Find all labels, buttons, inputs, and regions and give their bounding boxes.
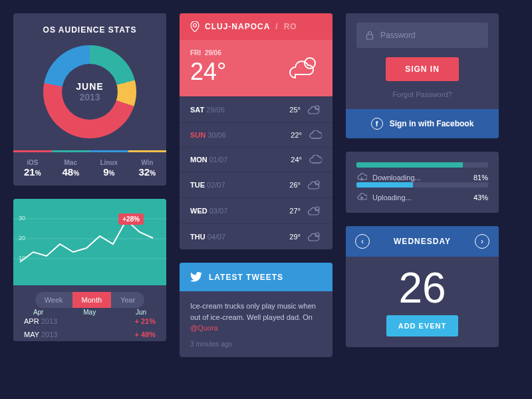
forecast-row: MON 01/0724° xyxy=(180,147,332,172)
forecast-row: WED 03/0727° xyxy=(180,198,332,223)
partly-cloudy-icon xyxy=(307,205,322,216)
next-day-button[interactable]: › xyxy=(475,234,489,249)
lock-icon xyxy=(366,31,374,40)
progress-row: Uploading...43% xyxy=(356,193,488,202)
donut-month: JUNE xyxy=(76,81,103,92)
pin-icon xyxy=(190,21,200,32)
line-chart-card: 30 20 10 +28% Apr May Jun Week Month Yea… xyxy=(13,199,166,341)
donut-year: 2013 xyxy=(79,92,100,102)
partly-cloudy-icon xyxy=(307,180,322,190)
tweets-header: LATEST TWEETS xyxy=(180,263,332,291)
progress-bar xyxy=(356,182,488,188)
line-chart xyxy=(13,199,166,285)
growth-row-apr: APR 2013 + 21% xyxy=(13,315,166,328)
forecast-row: TUE 02/0726° xyxy=(180,172,332,198)
facebook-icon: f xyxy=(371,118,383,130)
os-stats-title: OS AUDIENCE STATS xyxy=(13,13,166,40)
signin-card: SIGN IN Forgot Password? f Sign in with … xyxy=(346,13,499,138)
partly-cloudy-icon xyxy=(286,54,322,82)
tab-year[interactable]: Year xyxy=(111,292,144,308)
os-cell-win: Win32% xyxy=(128,150,167,186)
cloud-icon xyxy=(309,155,322,164)
weather-today: FRI 29/06 24° xyxy=(180,40,332,96)
add-event-button[interactable]: ADD EVENT xyxy=(386,315,459,336)
calendar-dow: WEDNESDAY xyxy=(394,237,451,246)
chart-x-labels: Apr May Jun xyxy=(13,309,166,316)
os-stats-card: OS AUDIENCE STATS JUNE 2013 iOS21% Mac48… xyxy=(13,13,166,186)
calendar-card: ‹ WEDNESDAY › 26 ADD EVENT xyxy=(346,226,499,347)
donut-chart: JUNE 2013 xyxy=(43,45,136,138)
os-platform-row: iOS21% Mac48% Linux9% Win32% xyxy=(13,150,166,186)
prev-day-button[interactable]: ‹ xyxy=(355,234,370,249)
tweet-timestamp: 3 minutes ago xyxy=(180,338,332,357)
partly-cloudy-icon xyxy=(307,104,322,115)
weather-location: CLUJ-NAPOCA/RO xyxy=(180,13,332,40)
tab-week[interactable]: Week xyxy=(35,292,72,308)
cloud-icon xyxy=(309,130,322,140)
calendar-day-number: 26 xyxy=(346,263,499,313)
download-icon xyxy=(356,173,367,182)
forecast-row: SAT 29/0625° xyxy=(180,96,332,122)
os-cell-linux: Linux9% xyxy=(90,150,128,186)
facebook-signin-button[interactable]: f Sign in with Facebook xyxy=(346,109,499,138)
os-cell-ios: iOS21% xyxy=(13,150,52,186)
forgot-password-link[interactable]: Forgot Password? xyxy=(356,81,488,109)
forecast-row: THU 04/0729° xyxy=(180,223,332,249)
upload-icon xyxy=(356,193,367,202)
twitter-icon xyxy=(190,272,202,282)
password-field-wrap[interactable] xyxy=(356,23,488,48)
partly-cloudy-icon xyxy=(307,231,322,242)
growth-row-may: MAY 2013 + 48% xyxy=(13,328,166,341)
password-input[interactable] xyxy=(380,31,479,40)
svg-rect-9 xyxy=(367,35,373,39)
progress-card: Downloading...81%Uploading...43% xyxy=(346,152,499,213)
progress-bar xyxy=(356,162,488,168)
chart-peak-badge: +28% xyxy=(118,213,144,225)
tab-month[interactable]: Month xyxy=(72,292,112,308)
tweet-handle[interactable]: @Quora xyxy=(190,324,218,332)
tweet-text: Ice-cream trucks only play music when ou… xyxy=(180,291,332,338)
tweets-card: LATEST TWEETS Ice-cream trucks only play… xyxy=(180,263,332,357)
progress-row: Downloading...81% xyxy=(356,173,488,182)
os-cell-mac: Mac48% xyxy=(52,150,90,186)
weather-card: CLUJ-NAPOCA/RO FRI 29/06 24° SAT 29/0625… xyxy=(180,13,332,249)
forecast-row: SUN 30/0622° xyxy=(180,122,332,147)
signin-button[interactable]: SIGN IN xyxy=(386,57,459,81)
today-temp: 24° xyxy=(190,58,226,86)
